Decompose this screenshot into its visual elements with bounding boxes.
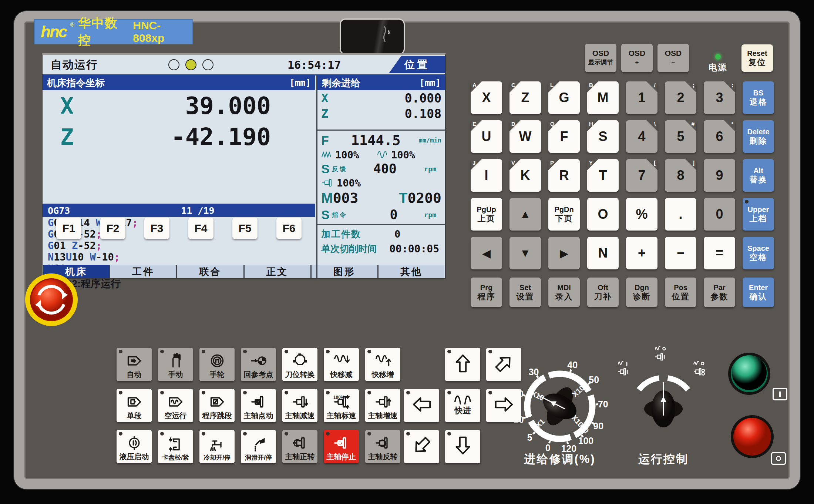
key-0[interactable]: 0	[704, 198, 735, 231]
mkey-sdec[interactable]: 主轴减速	[282, 389, 317, 422]
key-upper[interactable]: Upper上档	[743, 198, 774, 231]
key-1[interactable]: /1	[626, 81, 657, 114]
mkey-hand[interactable]: 手动	[158, 348, 193, 381]
key-alt[interactable]: Alt替换	[743, 159, 774, 192]
key-pgdn[interactable]: PgDn下页	[548, 198, 580, 231]
position-tab[interactable]: 位置	[389, 56, 445, 73]
tab-3[interactable]: 正文	[245, 265, 310, 278]
key-7[interactable]: [7	[626, 159, 657, 192]
jog-key-right[interactable]	[486, 389, 521, 422]
key-5[interactable]: #5	[665, 120, 696, 153]
mkey-single[interactable]: 单段	[117, 389, 152, 422]
fkey-label: F2	[106, 222, 119, 235]
mkey-scw[interactable]: 主轴正转	[282, 430, 317, 463]
key-percent[interactable]: %	[626, 198, 657, 231]
key-up[interactable]: ▲	[509, 198, 541, 231]
fkey-f5[interactable]: F5	[232, 218, 258, 239]
osd-key-1[interactable]: OSD+	[621, 44, 653, 72]
fkey-f3[interactable]: F3	[144, 218, 169, 239]
key-g[interactable]: LG	[548, 81, 580, 114]
key-4[interactable]: \4	[626, 120, 657, 153]
key-i[interactable]: JI	[471, 159, 502, 192]
jog-key-ne[interactable]	[486, 348, 521, 381]
key-u[interactable]: EU	[471, 120, 502, 153]
fkey-f6[interactable]: F6	[276, 218, 302, 239]
key-z[interactable]: CZ	[509, 81, 541, 114]
key-6[interactable]: *6	[704, 120, 735, 153]
key-2[interactable]: ;2	[665, 81, 696, 114]
feed-override-dial[interactable]: 进给修调(%) 0510203040507090100120X1X10X100X…	[508, 355, 612, 466]
wheel-icon	[209, 353, 225, 369]
dry-icon	[168, 394, 184, 410]
func-key-oft[interactable]: Oft刀补	[587, 278, 619, 307]
gcode-token: 13	[54, 251, 66, 263]
mkey-ref[interactable]: 回参考点	[241, 348, 276, 381]
mkey-sstop[interactable]: 主轴停止	[324, 430, 359, 463]
mkey-dry[interactable]: 空运行	[158, 389, 193, 422]
fkey-f4[interactable]: F4	[188, 218, 213, 239]
key-plus[interactable]: +	[626, 237, 657, 269]
key-bs[interactable]: BS退格	[743, 81, 774, 114]
gcode-token: G	[48, 217, 54, 228]
key-3[interactable]: :3	[704, 81, 735, 114]
mkey-auto[interactable]: 自动	[117, 348, 152, 381]
key-right[interactable]: ▶	[548, 237, 580, 269]
mkey-sjog[interactable]: 主轴点动	[241, 389, 276, 422]
func-key-pos[interactable]: Pos位置	[665, 278, 696, 307]
func-key-set[interactable]: Set设置	[509, 278, 541, 307]
mkey-cool[interactable]: 冷却开/停	[199, 430, 235, 463]
run-control-dial[interactable]: 运行控制	[608, 344, 719, 466]
key-delete[interactable]: Delete删除	[743, 120, 774, 153]
key-pgup[interactable]: PgUp上页	[471, 198, 502, 231]
key-s[interactable]: HS	[587, 120, 619, 153]
mkey-chuck[interactable]: 卡盘松/紧	[158, 430, 193, 463]
jog-key-up[interactable]	[445, 348, 480, 381]
key-9[interactable]: 9	[704, 159, 735, 192]
mkey-turret[interactable]: 刀位转换	[282, 348, 317, 381]
func-key-enter[interactable]: Enter确认	[743, 278, 774, 307]
mkey-rapdec[interactable]: 快移减	[324, 348, 359, 381]
mkey-sinc[interactable]: 主轴增速	[365, 389, 400, 422]
fkey-f2[interactable]: F2	[100, 218, 125, 239]
key-left[interactable]: ◀	[471, 237, 502, 269]
key-x[interactable]: AX	[471, 81, 502, 114]
key-t[interactable]: YT	[587, 159, 619, 192]
func-key-dgn[interactable]: Dgn诊断	[626, 278, 657, 307]
key-space[interactable]: Space空格	[743, 237, 774, 269]
mkey-s100[interactable]: 100%主轴标速	[324, 389, 359, 422]
emergency-stop-button[interactable]	[24, 272, 79, 327]
fkey-f1[interactable]: F1	[56, 218, 81, 239]
osd-key-2[interactable]: OSD−	[657, 44, 689, 72]
key-led-icon	[488, 391, 492, 394]
jog-key-rapid[interactable]: 快进	[445, 389, 480, 422]
cycle-start-button[interactable]	[722, 346, 777, 401]
key-dot[interactable]: .	[665, 198, 696, 231]
osd-key-0[interactable]: OSD显示调节	[585, 44, 616, 72]
mkey-lube[interactable]: 润滑开/停	[241, 430, 276, 463]
mkey-rapinc[interactable]: 快移增	[365, 348, 400, 381]
mkey-wheel[interactable]: 手轮	[199, 348, 235, 381]
key-f[interactable]: QF	[548, 120, 580, 153]
mkey-hyd[interactable]: 液压启动	[117, 430, 152, 463]
jog-key-down[interactable]	[445, 430, 480, 463]
func-key-mdi[interactable]: MDI录入	[548, 278, 580, 307]
key-equals[interactable]: =	[704, 237, 735, 269]
jog-key-left[interactable]	[404, 389, 439, 422]
key-m[interactable]: BM	[587, 81, 619, 114]
mkey-sccw[interactable]: 主轴反转	[365, 430, 400, 463]
key-down[interactable]: ▼	[509, 237, 541, 269]
tab-1[interactable]: 工件	[110, 265, 176, 278]
tab-2[interactable]: 联合	[177, 265, 243, 278]
key-r[interactable]: PR	[548, 159, 580, 192]
mkey-skip[interactable]: 程序跳段	[199, 389, 235, 422]
reset-button[interactable]: Reset 复位	[741, 44, 773, 72]
func-key-prg[interactable]: Prg程序	[471, 278, 502, 307]
key-w[interactable]: DW	[509, 120, 541, 153]
jog-key-sw[interactable]	[404, 430, 439, 463]
func-key-par[interactable]: Par参数	[704, 278, 735, 307]
key-o[interactable]: O	[587, 198, 619, 231]
key-8[interactable]: ]8	[665, 159, 696, 192]
key-k[interactable]: VK	[509, 159, 541, 192]
key-minus[interactable]: −	[665, 237, 696, 269]
key-n[interactable]: N	[587, 237, 619, 269]
